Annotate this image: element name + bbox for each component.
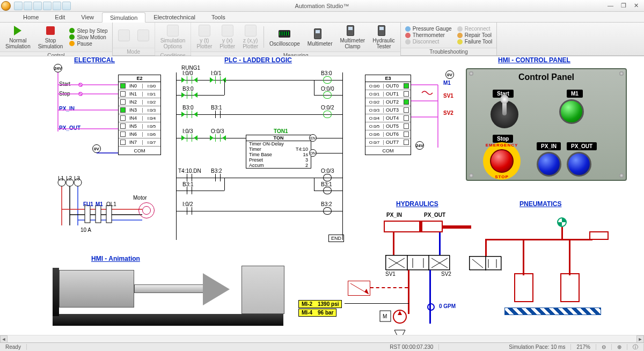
status-zoom[interactable]: 217% — [571, 344, 596, 350]
coil-o00[interactable] — [323, 91, 332, 99]
emergency-stop-button[interactable]: EMERGENCYSTOP — [483, 142, 521, 180]
section-hmi-cp: HMI - CONTROL PANEL — [498, 56, 570, 64]
addr-o00: O:0/0 — [321, 86, 334, 92]
mode-button-2[interactable] — [135, 28, 151, 42]
control-panel[interactable]: Control Panel Start M1 Stop PX_IN PX_OUT… — [466, 68, 627, 181]
contact-t410dn[interactable] — [185, 174, 194, 181]
measurement-mi2[interactable]: MI-21390 psi — [298, 300, 342, 308]
drawing-canvas[interactable]: ELECTRICAL PLC - LADDER LOGIC HMI - CONT… — [0, 56, 644, 342]
coil-b30[interactable] — [323, 76, 332, 84]
addr-b32: B3:2 — [211, 168, 222, 174]
simulation-options-button[interactable]: Simulation Options — [158, 24, 188, 50]
clamp-button[interactable]: Multimeter Clamp — [338, 24, 367, 50]
addr-b31-out: B3:1 — [321, 181, 332, 187]
hydraulic-tester-button[interactable]: Hydraulic Tester — [370, 24, 397, 50]
section-hmi-anim: HMI - Animation — [91, 255, 140, 262]
pause-button[interactable]: Pause — [68, 41, 108, 47]
hyd-cylinder[interactable] — [384, 221, 443, 232]
scroll-right-button[interactable]: ► — [636, 335, 644, 343]
coil-b32-out[interactable] — [323, 207, 332, 215]
status-info-icon[interactable]: ⓘ — [627, 343, 644, 351]
contact-b31-4[interactable] — [185, 187, 194, 194]
tab-electrotechnical[interactable]: Electrotechnical — [145, 12, 203, 22]
maximize-button[interactable]: ❐ — [621, 2, 626, 9]
contact-i02[interactable] — [185, 207, 194, 215]
multimeter-button[interactable]: Multimeter — [305, 27, 335, 48]
input-module[interactable]: E2 IN0I:0/0 IN1I:0/1 IN2I:0/2 IN3I:0/3 I… — [118, 75, 161, 155]
cylinder-body[interactable] — [59, 270, 134, 308]
minimize-button[interactable]: — — [608, 2, 613, 9]
yt-plotter-button[interactable]: y (t) Plotter — [194, 24, 214, 50]
pressure-gauge-button[interactable]: Pressure Gauge — [404, 26, 453, 32]
horizontal-scrollbar[interactable]: ◄ ► — [0, 335, 644, 342]
contact-i03[interactable] — [185, 134, 194, 142]
normal-simulation-button[interactable]: Normal Simulation — [3, 24, 33, 50]
qat-print-icon[interactable] — [43, 2, 52, 10]
qat-undo-icon[interactable] — [24, 2, 32, 10]
coil-b31[interactable] — [323, 187, 332, 194]
contact-b30-2[interactable] — [185, 111, 194, 118]
disconnect-button[interactable]: Disconnect — [404, 39, 453, 45]
hyd-valve[interactable] — [385, 255, 450, 270]
output-module[interactable]: E3 O:0/0OUT0 O:0/1OUT1 O:0/2OUT2 O:0/3OU… — [365, 75, 411, 155]
svg-marker-36 — [364, 289, 369, 294]
zxy-plotter-button[interactable]: z (x,y) Plotter — [240, 24, 260, 50]
conveyor — [504, 308, 601, 315]
addr-b32-out: B3:2 — [321, 201, 332, 207]
failure-tool-button[interactable]: Failure Tool — [456, 39, 494, 45]
tab-view[interactable]: View — [73, 12, 102, 22]
contact-b30-latch[interactable] — [185, 91, 194, 99]
contact-b31-nc[interactable] — [214, 111, 222, 118]
pneu-valve[interactable] — [469, 256, 501, 270]
tab-simulation[interactable]: Simulation — [102, 12, 145, 23]
coil-o02[interactable] — [323, 111, 332, 118]
pneu-actuator-1[interactable] — [514, 273, 533, 302]
tab-tools[interactable]: Tools — [203, 12, 233, 22]
drill-bit-icon — [203, 273, 230, 305]
app-orb[interactable] — [0, 0, 12, 12]
flow-meter-icon — [426, 302, 436, 312]
stop-simulation-button[interactable]: Stop Simulation — [36, 24, 65, 50]
tab-home[interactable]: Home — [15, 12, 47, 22]
relief-valve[interactable] — [348, 281, 370, 296]
oscilloscope-button[interactable]: Oscilloscope — [267, 27, 302, 48]
qat-save-icon[interactable] — [14, 2, 23, 10]
yx-plotter-button[interactable]: y (x) Plotter — [217, 24, 237, 50]
reconnect-icon — [457, 26, 463, 32]
addr-ton1: TON1 — [274, 128, 288, 134]
qat-extra-icon[interactable] — [62, 2, 71, 10]
qat-normal-icon[interactable] — [53, 2, 61, 10]
addr-b30-l: B3:0 — [182, 86, 194, 92]
addr-i01: I:0/1 — [211, 70, 221, 76]
reconnect-button[interactable]: Reconnect — [456, 26, 494, 32]
hyd-dashed — [370, 287, 408, 288]
zoom-out-button[interactable]: ⊖ — [596, 344, 612, 350]
plc-end: END — [328, 235, 344, 242]
pneu-actuator-2[interactable] — [560, 273, 580, 302]
measurement-mi4[interactable]: MI-496 bar — [298, 309, 336, 317]
contact-i01[interactable] — [214, 76, 222, 84]
ton-block[interactable]: TON Timer ON-Delay TimerT4:10 Time Base1… — [246, 135, 311, 169]
plotter-icon — [199, 25, 210, 36]
scroll-left-button[interactable]: ◄ — [0, 335, 8, 343]
contact-i00[interactable] — [185, 76, 194, 84]
qat-redo-icon[interactable] — [33, 2, 42, 10]
status-pace: Simulation Pace: 10 ms — [503, 344, 571, 350]
ribbon-group-troubleshooting: Pressure Gauge Thermometer Disconnect Re… — [401, 23, 497, 55]
pneu-cartridge[interactable] — [589, 231, 609, 240]
thermometer-button[interactable]: Thermometer — [404, 32, 453, 38]
contact-o03[interactable] — [214, 134, 222, 142]
rung-4 — [176, 178, 342, 178]
zoom-in-button[interactable]: ⊕ — [612, 344, 627, 350]
step-by-step-button[interactable]: Step by Step — [68, 28, 108, 34]
close-button[interactable]: ✕ — [634, 2, 639, 9]
contact-b32[interactable] — [214, 174, 222, 181]
tab-edit[interactable]: Edit — [47, 12, 73, 22]
mode-button-1[interactable] — [116, 28, 132, 42]
coil-o03[interactable] — [323, 174, 332, 181]
slow-motion-button[interactable]: Slow Motion — [68, 34, 108, 40]
lightning-icon — [457, 39, 463, 45]
start-switch[interactable] — [491, 100, 518, 128]
section-pneumatics: PNEUMATICS — [519, 200, 561, 208]
repair-tool-button[interactable]: Repair Tool — [456, 32, 494, 38]
